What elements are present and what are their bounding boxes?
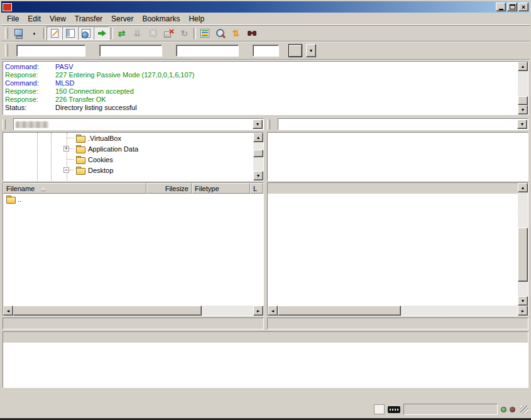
..[interactable]: .. (3, 194, 263, 204)
reconnect-button[interactable] (177, 26, 192, 40)
scroll-down-icon[interactable]: ▼ (518, 105, 528, 114)
process-queue-button[interactable] (129, 26, 145, 40)
log-scrollbar[interactable]: ▲ ▼ (518, 62, 528, 114)
activity-led-red-icon (510, 407, 515, 412)
folder-icon (75, 165, 85, 175)
scroll-up-icon[interactable]: ▲ (518, 62, 528, 71)
toolbar-button[interactable] (42, 26, 47, 40)
toggle-local-tree-button[interactable] (62, 26, 78, 40)
scroll-left-icon[interactable]: ◄ (3, 306, 13, 316)
scrollbar-thumb[interactable] (518, 96, 528, 105)
log-line: Command:MLSD (5, 79, 518, 87)
toggle-transfer-queue-button[interactable] (94, 26, 109, 40)
menu-item[interactable]: View (45, 13, 70, 25)
toolbar-icon (31, 28, 38, 39)
log-line: Response:150 Connection accepted (5, 87, 518, 96)
tree-expander[interactable] (63, 167, 69, 173)
refresh-button[interactable] (114, 26, 129, 40)
scroll-right-icon[interactable]: ► (518, 306, 528, 316)
password-input[interactable] (176, 45, 239, 57)
close-button[interactable]: × (518, 3, 528, 11)
toggle-message-log-button[interactable] (47, 26, 62, 40)
directory-comparison-button[interactable] (212, 26, 228, 40)
local-tree-scrollbar[interactable]: ▲ ▼ (253, 133, 263, 180)
tree-item[interactable]: Desktop (3, 165, 253, 175)
local-pane: ▼ .VirtualBoxApplication DataCookiesDesk… (3, 118, 264, 329)
folder-icon (75, 155, 85, 164)
transfer-queue (3, 331, 528, 388)
scrollbar-thumb[interactable] (518, 228, 528, 282)
remote-path-combo[interactable]: ▼ (278, 118, 528, 130)
menu-item[interactable]: File (3, 13, 23, 25)
toolbar-icon (49, 28, 60, 39)
column-header[interactable]: L (250, 183, 263, 194)
local-horizontal-scrollbar[interactable]: ◄ ► (3, 306, 263, 316)
activity-led-green-icon (501, 407, 506, 412)
local-status-line (3, 318, 264, 329)
remote-status-line (267, 318, 528, 329)
toggle-remote-tree-button[interactable] (78, 26, 94, 40)
quickconnect-dropdown-button[interactable]: ▼ (306, 44, 316, 57)
remote-horizontal-scrollbar[interactable]: ◄ ► (268, 306, 528, 316)
toolbar-button[interactable] (192, 26, 197, 40)
filezilla-window: × FileEditViewTransferServerBookmarksHel… (0, 0, 531, 420)
toolbar-icon (163, 28, 175, 39)
chevron-down-icon: ▼ (309, 48, 314, 53)
find-files-button[interactable] (244, 26, 260, 40)
maximize-button[interactable] (507, 3, 517, 11)
port-input[interactable] (253, 45, 279, 57)
disconnect-button[interactable] (161, 26, 177, 40)
menu-item[interactable]: Help (184, 13, 209, 25)
remote-list-scrollbar[interactable]: ▲ ▼ (518, 183, 528, 306)
speed-limit-icon[interactable] (388, 406, 400, 413)
toolbar-icon (65, 28, 76, 39)
local-path-dropdown-button[interactable]: ▼ (253, 119, 263, 129)
site-manager-dropdown-button[interactable] (26, 26, 42, 40)
tree-item[interactable]: Cookies (3, 154, 253, 165)
cancel-operation-button[interactable] (145, 26, 161, 40)
scroll-up-icon[interactable]: ▲ (253, 133, 263, 142)
scrollbar-thumb[interactable] (278, 306, 401, 316)
file-type-icon (6, 194, 15, 204)
queue-columns (3, 332, 528, 343)
window-controls: × (496, 3, 528, 11)
scroll-right-icon[interactable]: ► (253, 306, 263, 316)
queue-status (403, 404, 498, 415)
tree-expander[interactable] (63, 146, 69, 152)
data-type-indicator-icon[interactable] (374, 404, 385, 414)
quickconnect-bar: ▼ (1, 41, 530, 60)
toolbar-icon (116, 28, 128, 39)
quickconnect-button[interactable] (288, 44, 302, 57)
host-input[interactable] (16, 45, 85, 57)
scroll-up-icon[interactable]: ▲ (518, 183, 528, 192)
menu-item[interactable]: Server (107, 13, 138, 25)
tree-item[interactable]: Application Data (3, 143, 253, 154)
scroll-down-icon[interactable]: ▼ (253, 171, 263, 180)
menu-item[interactable]: Bookmarks (138, 13, 184, 25)
local-files: .. (3, 194, 263, 306)
toolbar-icon (80, 28, 92, 39)
statusbar (1, 402, 530, 417)
scroll-down-icon[interactable]: ▼ (518, 296, 528, 306)
column-header[interactable]: Filename (3, 183, 146, 194)
remote-pane: ▼ (267, 118, 528, 329)
toolbar (1, 25, 530, 41)
remote-path-dropdown-button[interactable]: ▼ (517, 119, 527, 129)
toolbar-button[interactable] (109, 26, 114, 40)
menu-item[interactable]: Edit (23, 13, 45, 25)
column-header[interactable]: Filetype (192, 183, 250, 194)
synchronized-browsing-button[interactable] (228, 26, 244, 40)
remote-files (268, 194, 518, 306)
minimize-button[interactable] (496, 3, 506, 11)
tree-item[interactable]: .VirtualBox (3, 133, 253, 143)
scroll-left-icon[interactable]: ◄ (268, 306, 278, 316)
column-header[interactable]: Filesize (146, 183, 192, 194)
filter-button[interactable] (197, 26, 212, 40)
username-input[interactable] (99, 45, 162, 57)
scrollbar-thumb[interactable] (13, 306, 202, 316)
site-manager-button[interactable] (11, 26, 26, 40)
menu-item[interactable]: Transfer (70, 13, 107, 25)
scrollbar-thumb[interactable] (253, 150, 263, 157)
local-path-combo[interactable]: ▼ (13, 118, 264, 130)
resize-grip[interactable] (520, 406, 528, 414)
